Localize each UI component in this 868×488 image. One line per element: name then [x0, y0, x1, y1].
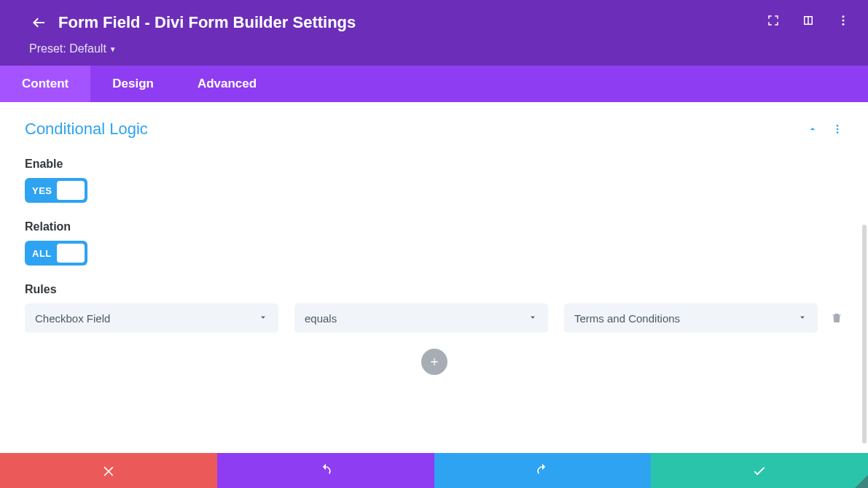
- toggle-enable-value: YES: [32, 185, 52, 196]
- toggle-enable[interactable]: YES: [25, 178, 87, 203]
- scrollbar[interactable]: [862, 225, 867, 444]
- kebab-icon[interactable]: [836, 13, 851, 28]
- field-rules: Rules Checkbox Field equals Terms and Co…: [25, 283, 843, 375]
- svg-point-3: [837, 125, 839, 127]
- redo-button[interactable]: [434, 453, 652, 488]
- tab-advanced[interactable]: Advanced: [176, 66, 278, 102]
- section-header-actions: [807, 123, 843, 135]
- footer-actions: [0, 453, 868, 488]
- svg-point-4: [837, 128, 839, 131]
- responsive-icon[interactable]: [801, 13, 816, 28]
- preset-row: Preset: Default ▼: [29, 38, 868, 60]
- rule-value-select[interactable]: Terms and Conditions: [564, 303, 818, 333]
- chevron-down-icon: [528, 312, 538, 325]
- save-button[interactable]: [651, 453, 868, 488]
- section-header: Conditional Logic: [25, 120, 843, 139]
- section-kebab-icon[interactable]: [832, 123, 843, 135]
- svg-point-5: [837, 131, 839, 133]
- rule-field-value: Checkbox Field: [35, 312, 110, 325]
- resize-handle[interactable]: [855, 475, 868, 488]
- toggle-knob: [57, 244, 85, 263]
- label-enable: Enable: [25, 158, 843, 171]
- svg-point-1: [842, 20, 845, 22]
- toggle-relation-value: ALL: [32, 248, 52, 259]
- toggle-relation[interactable]: ALL: [25, 241, 87, 266]
- section-conditional-logic: Conditional Logic Enable YES Relation AL…: [0, 102, 868, 382]
- delete-rule-button[interactable]: [829, 310, 843, 326]
- svg-point-0: [842, 15, 845, 18]
- toggle-knob: [57, 181, 85, 200]
- preset-selector[interactable]: Preset: Default: [29, 42, 106, 55]
- header-actions: [766, 13, 851, 28]
- tab-bar: Content Design Advanced: [0, 66, 868, 102]
- back-button[interactable]: [29, 13, 48, 32]
- tab-content[interactable]: Content: [0, 66, 90, 102]
- undo-button[interactable]: [217, 453, 434, 488]
- chevron-up-icon[interactable]: [807, 123, 818, 135]
- chevron-down-icon: [797, 312, 808, 325]
- add-rule-button[interactable]: [421, 349, 447, 375]
- caret-down-icon: ▼: [109, 45, 117, 53]
- header-top-row: Form Field - Divi Form Builder Settings: [29, 6, 868, 39]
- field-relation: Relation ALL: [25, 220, 843, 266]
- chevron-down-icon: [258, 312, 268, 325]
- svg-point-2: [842, 23, 845, 26]
- label-rules: Rules: [25, 283, 843, 296]
- cancel-button[interactable]: [0, 453, 217, 488]
- rule-operator-value: equals: [305, 312, 337, 325]
- rule-value-value: Terms and Conditions: [574, 312, 680, 325]
- rule-row: Checkbox Field equals Terms and Conditio…: [25, 303, 843, 333]
- expand-icon[interactable]: [766, 13, 781, 28]
- rule-field-select[interactable]: Checkbox Field: [25, 303, 278, 333]
- settings-body: Conditional Logic Enable YES Relation AL…: [0, 102, 868, 453]
- section-title[interactable]: Conditional Logic: [25, 120, 148, 139]
- settings-header: Form Field - Divi Form Builder Settings …: [0, 0, 868, 66]
- rule-operator-select[interactable]: equals: [294, 303, 548, 333]
- field-enable: Enable YES: [25, 158, 843, 203]
- label-relation: Relation: [25, 220, 843, 233]
- modal-title: Form Field - Divi Form Builder Settings: [58, 13, 356, 32]
- tab-design[interactable]: Design: [90, 66, 176, 102]
